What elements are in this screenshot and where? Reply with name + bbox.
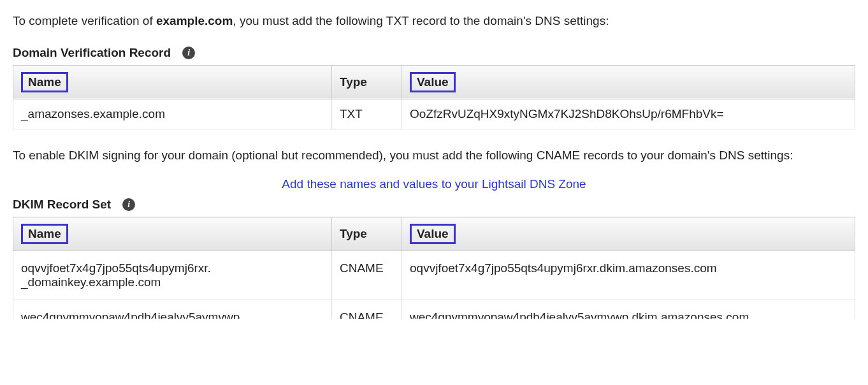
lightsail-note: Add these names and values to your Light… — [13, 177, 855, 191]
cell-name: _amazonses.example.com — [13, 99, 332, 129]
domain-verification-heading: Domain Verification Record — [13, 46, 171, 60]
column-value-highlight: Value — [410, 224, 456, 244]
cell-value: wec4qnymmyopaw4pdh4jealvv5aymvwp.dkim.am… — [402, 300, 855, 319]
column-type: Type — [332, 65, 402, 99]
column-type: Type — [332, 217, 402, 251]
dkim-scroll-area[interactable]: Name Type Value oqvvjfoet7x4g7jpo55qts4u… — [13, 217, 855, 319]
cell-type: TXT — [332, 99, 402, 129]
table-row: _amazonses.example.com TXT OoZfzRvUZqHX9… — [13, 99, 855, 129]
column-name-highlight: Name — [21, 72, 68, 92]
column-value: Value — [402, 217, 855, 251]
cell-value: oqvvjfoet7x4g7jpo55qts4upymj6rxr.dkim.am… — [402, 251, 855, 300]
verification-intro: To complete verification of example.com,… — [13, 13, 855, 30]
cell-name: oqvvjfoet7x4g7jpo55qts4upymj6rxr. _domai… — [13, 251, 332, 300]
cell-name: wec4qnymmyopaw4pdh4jealvv5aymvwp. _domai… — [13, 300, 332, 319]
domain-verification-table: Name Type Value _amazonses.example.com T… — [13, 65, 855, 129]
column-name-highlight: Name — [21, 224, 68, 244]
column-name: Name — [13, 65, 332, 99]
column-value: Value — [402, 65, 855, 99]
intro-domain: example.com — [156, 14, 233, 27]
table-header-row: Name Type Value — [13, 217, 855, 251]
dkim-intro: To enable DKIM signing for your domain (… — [13, 147, 855, 164]
domain-verification-header: Domain Verification Record i — [13, 46, 855, 60]
dkim-table: Name Type Value oqvvjfoet7x4g7jpo55qts4u… — [13, 217, 855, 319]
intro-suffix: , you must add the following TXT record … — [233, 14, 609, 27]
column-name: Name — [13, 217, 332, 251]
dkim-header: DKIM Record Set i — [13, 198, 855, 212]
info-icon[interactable]: i — [182, 47, 195, 59]
intro-prefix: To complete verification of — [13, 14, 156, 27]
table-row: wec4qnymmyopaw4pdh4jealvv5aymvwp. _domai… — [13, 300, 855, 319]
cell-type: CNAME — [332, 251, 402, 300]
table-row: oqvvjfoet7x4g7jpo55qts4upymj6rxr. _domai… — [13, 251, 855, 300]
cell-type: CNAME — [332, 300, 402, 319]
table-header-row: Name Type Value — [13, 65, 855, 99]
cell-value: OoZfzRvUZqHX9xtyNGMx7KJ2ShD8KOhsUp/r6MFh… — [402, 99, 855, 129]
info-icon[interactable]: i — [122, 198, 135, 211]
dkim-heading: DKIM Record Set — [13, 198, 111, 212]
column-value-highlight: Value — [410, 72, 456, 92]
